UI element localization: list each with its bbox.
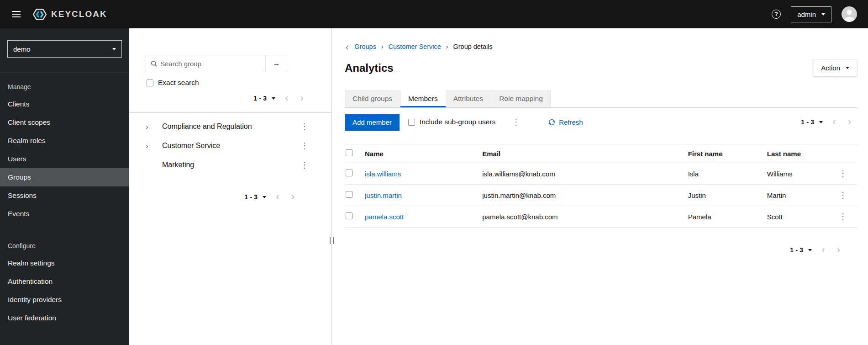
- sidebar-item-user-federation[interactable]: User federation: [0, 309, 129, 327]
- back-chevron-button[interactable]: ‹: [345, 42, 349, 51]
- hamburger-icon: [12, 14, 21, 15]
- row-actions-kebab[interactable]: ⋮: [836, 169, 850, 179]
- group-actions-kebab[interactable]: ⋮: [298, 160, 311, 170]
- group-search: →: [146, 55, 287, 72]
- keycloak-admin-console: KEYCLOAK ? admin demo: [0, 0, 868, 345]
- nav-list-configure: Realm settings Authentication Identity p…: [0, 254, 129, 327]
- chevron-right-icon[interactable]: ›: [146, 142, 157, 150]
- sidebar-item-identity-providers[interactable]: Identity providers: [0, 291, 129, 309]
- sidebar-item-clients[interactable]: Clients: [0, 95, 129, 113]
- member-first-name: Pamela: [684, 206, 763, 228]
- pagination-prev-button[interactable]: ‹: [279, 93, 294, 103]
- sidebar-item-sessions[interactable]: Sessions: [0, 186, 129, 205]
- tab-attributes[interactable]: Attributes: [446, 90, 491, 107]
- avatar-icon: [842, 6, 857, 22]
- members-table: Name Email First name Last name isla.wil…: [345, 144, 857, 228]
- user-menu-dropdown[interactable]: admin: [791, 6, 831, 22]
- group-tree-item-customer-service: › Customer Service ⋮: [129, 136, 331, 155]
- caret-down-icon: [112, 48, 116, 50]
- members-pagination-bottom: 1 - 3 ‹ ›: [345, 244, 857, 256]
- page-title: Analytics: [345, 62, 394, 74]
- chevron-right-icon[interactable]: ›: [146, 123, 157, 131]
- pagination-prev-button[interactable]: ‹: [270, 192, 285, 202]
- panel-drag-handle[interactable]: [330, 237, 334, 244]
- exact-search-option: Exact search: [147, 79, 331, 87]
- pagination-prev-button[interactable]: ‹: [826, 117, 842, 127]
- page-body: demo Manage Clients Client scopes Realm …: [0, 28, 868, 345]
- add-member-button[interactable]: Add member: [345, 114, 400, 131]
- sidebar-item-realm-settings[interactable]: Realm settings: [0, 254, 129, 272]
- group-tree-item-compliance: › Compliance and Regulation ⋮: [129, 117, 331, 136]
- group-actions-kebab[interactable]: ⋮: [298, 122, 311, 132]
- caret-down-icon: [819, 121, 823, 123]
- help-button[interactable]: ?: [772, 10, 781, 19]
- breadcrumb-separator-icon: ›: [381, 43, 384, 50]
- pagination-next-button[interactable]: ›: [285, 192, 300, 202]
- pagination-range: 1 - 3: [801, 118, 814, 126]
- action-label: Action: [821, 64, 840, 72]
- row-checkbox[interactable]: [346, 191, 352, 198]
- exact-search-checkbox[interactable]: [147, 80, 153, 86]
- pagination-next-button[interactable]: ›: [831, 245, 846, 255]
- exact-search-label: Exact search: [158, 79, 199, 87]
- sidebar-item-realm-roles[interactable]: Realm roles: [0, 132, 129, 150]
- include-subgroups-checkbox[interactable]: [408, 119, 415, 126]
- member-first-name: Justin: [684, 185, 763, 206]
- refresh-button[interactable]: Refresh: [548, 118, 583, 126]
- avatar[interactable]: [842, 6, 857, 22]
- col-header-first-name: First name: [684, 144, 763, 163]
- brand-wordmark: KEYCLOAK: [51, 9, 107, 19]
- pagination-prev-button[interactable]: ‹: [815, 245, 831, 255]
- row-actions-kebab[interactable]: ⋮: [836, 212, 850, 222]
- pagination-next-button[interactable]: ›: [842, 117, 857, 127]
- sidebar-item-authentication[interactable]: Authentication: [0, 272, 129, 291]
- member-last-name: Williams: [763, 163, 832, 185]
- col-header-name: Name: [361, 144, 479, 163]
- member-last-name: Martin: [763, 185, 832, 206]
- toolbar-kebab[interactable]: ⋮: [509, 117, 523, 127]
- col-header-actions: [832, 144, 857, 163]
- nav-toggle-button[interactable]: [11, 11, 21, 17]
- sidebar-item-groups[interactable]: Groups: [0, 168, 129, 186]
- tab-child-groups[interactable]: Child groups: [345, 90, 400, 107]
- group-tree: › Compliance and Regulation ⋮ › Customer…: [129, 113, 331, 175]
- caret-down-icon: [808, 249, 812, 251]
- member-name-link[interactable]: isla.williams: [365, 170, 401, 178]
- member-email: justin.martin@knab.com: [479, 185, 684, 206]
- pagination-range-dropdown[interactable]: 1 - 3: [786, 244, 815, 256]
- table-row: pamela.scott pamela.scott@knab.com Pamel…: [345, 206, 857, 228]
- realm-selector[interactable]: demo: [7, 40, 122, 58]
- group-actions-kebab[interactable]: ⋮: [298, 141, 311, 151]
- pagination-range-dropdown[interactable]: 1 - 3: [797, 116, 826, 128]
- row-checkbox[interactable]: [346, 170, 352, 176]
- search-submit-button[interactable]: →: [266, 55, 287, 72]
- search-group-input[interactable]: [160, 60, 265, 68]
- refresh-label: Refresh: [559, 118, 583, 126]
- pagination-range-dropdown[interactable]: 1 - 3: [250, 92, 279, 104]
- tab-members[interactable]: Members: [400, 90, 446, 107]
- member-name-link[interactable]: pamela.scott: [365, 213, 404, 221]
- table-row: justin.martin justin.martin@knab.com Jus…: [345, 185, 857, 206]
- row-checkbox[interactable]: [346, 212, 352, 219]
- pagination-range-dropdown[interactable]: 1 - 3: [241, 191, 270, 203]
- breadcrumb-link-groups[interactable]: Groups: [354, 43, 376, 50]
- keycloak-logo[interactable]: KEYCLOAK: [32, 8, 107, 21]
- pagination-next-button[interactable]: ›: [295, 93, 310, 103]
- members-toolbar: Add member Include sub-group users ⋮ Ref…: [345, 113, 857, 131]
- caret-down-icon: [272, 97, 275, 100]
- col-header-email: Email: [479, 144, 684, 163]
- sidebar-item-client-scopes[interactable]: Client scopes: [0, 113, 129, 132]
- caret-down-icon: [821, 13, 825, 16]
- sidebar-item-users[interactable]: Users: [0, 150, 129, 168]
- breadcrumb-link-customer-service[interactable]: Customer Service: [389, 43, 441, 50]
- group-name-link[interactable]: Compliance and Regulation: [162, 122, 298, 131]
- select-all-checkbox[interactable]: [346, 149, 352, 156]
- row-actions-kebab[interactable]: ⋮: [836, 190, 850, 200]
- action-dropdown-button[interactable]: Action: [813, 59, 857, 76]
- breadcrumb: ‹ Groups › Customer Service › Group deta…: [345, 42, 857, 51]
- group-name-link[interactable]: Marketing: [162, 161, 298, 169]
- group-name-link[interactable]: Customer Service: [162, 142, 298, 150]
- tab-role-mapping[interactable]: Role mapping: [491, 90, 551, 107]
- member-name-link[interactable]: justin.martin: [365, 191, 402, 199]
- sidebar-item-events[interactable]: Events: [0, 205, 129, 223]
